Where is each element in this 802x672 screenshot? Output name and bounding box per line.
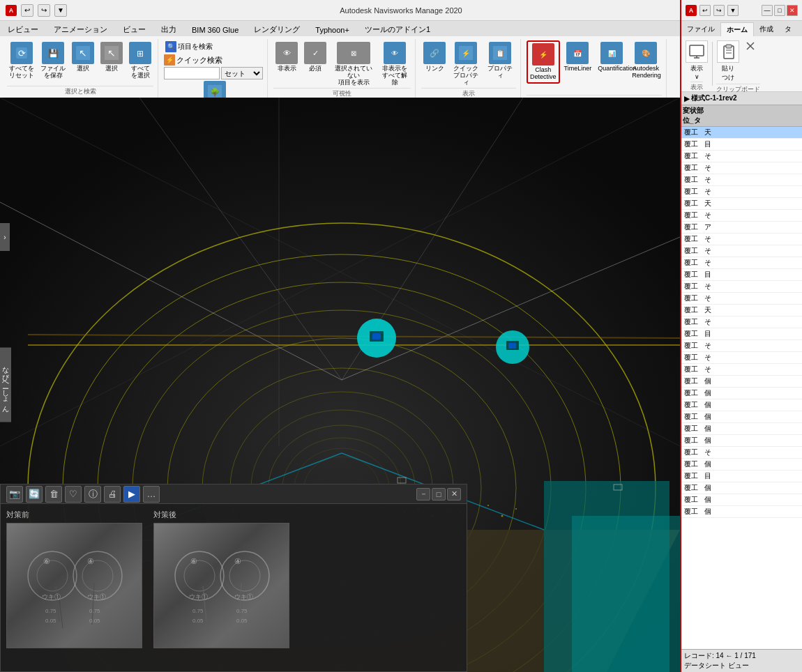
table-row[interactable]: 覆工 そ <box>681 162 802 174</box>
rendering-button[interactable]: 🎨 AutodeskRendering <box>630 40 662 81</box>
rp-minimize-btn[interactable]: — <box>762 5 773 16</box>
close-panel-btn[interactable]: ✕ <box>447 488 461 501</box>
play-btn[interactable]: ▶ <box>123 486 140 503</box>
table-row[interactable]: 覆工 そ <box>681 257 802 269</box>
clash-detective-button[interactable]: ⚡ ClashDetective <box>527 40 560 84</box>
tab-rendering[interactable]: レンダリング <box>246 22 308 36</box>
table-row[interactable]: 覆工 天 <box>681 127 802 139</box>
expand-arrow[interactable]: › <box>0 223 10 251</box>
table-row[interactable]: 覆工 個 <box>681 399 802 411</box>
tab-bim360[interactable]: BIM 360 Glue <box>184 22 246 36</box>
table-row[interactable]: 覆工 そ <box>681 340 802 352</box>
table-row[interactable]: 覆工 そ <box>681 293 802 305</box>
find-items-button[interactable]: 🔍 項目を検索 <box>164 40 214 53</box>
table-row[interactable]: 覆工 そ <box>681 364 802 376</box>
reset-all-button[interactable]: ⟳ すべてをリセット <box>7 40 36 81</box>
table-row[interactable]: 覆工 個 <box>681 435 802 447</box>
expand-icon[interactable]: ▶ <box>684 95 690 102</box>
link-button[interactable]: 🔗 リンク <box>421 40 448 74</box>
table-row[interactable]: 覆工 目 <box>681 328 802 340</box>
rp-maximize-btn[interactable]: □ <box>774 5 785 16</box>
table-row[interactable]: 覆工 目 <box>681 471 802 482</box>
info-btn[interactable]: ⓘ <box>84 486 101 503</box>
ribbon-group-tools-items: ⚡ ClashDetective 📅 TimeLiner 📊 Quantific… <box>527 39 662 95</box>
save-file-button[interactable]: 💾 ファイルを保存 <box>38 40 68 81</box>
row-col2: そ <box>704 151 799 161</box>
bottom-panel: 📷 🔄 🗑 ♡ ⓘ 🖨 ▶ … － □ ✕ 対策前 <box>0 484 467 672</box>
rp-menu-btn[interactable]: ▼ <box>727 5 739 16</box>
rotate-btn[interactable]: 🔄 <box>26 486 43 503</box>
rp-cut-btn[interactable] <box>743 39 760 53</box>
table-row[interactable]: 覆工 そ <box>681 281 802 293</box>
show-all-label: 非表示をすべて解除 <box>381 66 409 86</box>
search-input[interactable] <box>164 67 220 79</box>
row-col1: 覆工 <box>684 282 702 291</box>
navigation-sidebar[interactable]: なびへーしょん <box>0 348 11 422</box>
redo-btn[interactable]: ↪ <box>38 4 50 17</box>
menu-btn[interactable]: ▼ <box>54 4 67 17</box>
camera-btn[interactable]: 📷 <box>6 486 23 503</box>
rp-close-btn[interactable]: ✕ <box>787 5 798 16</box>
rp-tab-create[interactable]: 作成 <box>754 22 779 36</box>
table-row[interactable]: 覆工 個 <box>681 494 802 506</box>
tab-addin[interactable]: ツールのアドイン1 <box>357 22 438 36</box>
more-btn[interactable]: … <box>143 486 160 503</box>
row-col1: 覆工 <box>684 436 702 445</box>
search-type-dropdown[interactable]: セット <box>221 67 263 79</box>
table-row[interactable]: 覆工 そ <box>681 447 802 459</box>
tab-output[interactable]: 出力 <box>153 22 184 36</box>
table-row[interactable]: 覆工 個 <box>681 376 802 388</box>
rp-tab-ta[interactable]: タ <box>779 22 797 36</box>
table-row[interactable]: 覆工 個 <box>681 388 802 399</box>
rp-undo-btn[interactable]: ↩ <box>699 5 711 16</box>
favorite-btn[interactable]: ♡ <box>65 486 82 503</box>
properties-button[interactable]: 📋 プロパティ <box>484 40 516 81</box>
required-button[interactable]: ✓ 必須 <box>302 40 328 74</box>
rp-redo-btn[interactable]: ↪ <box>713 5 725 16</box>
table-row[interactable]: 覆工 そ <box>681 186 802 198</box>
table-row[interactable]: 覆工 そ <box>681 234 802 245</box>
print-btn[interactable]: 🖨 <box>104 486 121 503</box>
minimize-panel-btn[interactable]: － <box>416 488 430 501</box>
delete-btn[interactable]: 🗑 <box>45 486 62 503</box>
table-row[interactable]: 覆工 目 <box>681 269 802 281</box>
row-col1: 覆工 <box>684 353 702 362</box>
tab-view[interactable]: ビュー <box>115 22 153 36</box>
maximize-panel-btn[interactable]: □ <box>432 488 446 501</box>
table-row[interactable]: 覆工 そ <box>681 151 802 162</box>
tab-animation[interactable]: アニメーション <box>46 22 115 36</box>
rp-display-btn[interactable]: 表示∨ <box>684 39 709 82</box>
tab-typhoon[interactable]: Typhoon+ <box>308 22 357 36</box>
table-row[interactable]: 覆工 個 <box>681 423 802 435</box>
table-row[interactable]: 覆工 そ <box>681 352 802 364</box>
row-col2: 目 <box>704 139 799 149</box>
table-row[interactable]: 覆工 そ <box>681 245 802 257</box>
quick-props-button[interactable]: ⚡ クイックプロパティ <box>450 40 482 88</box>
table-row[interactable]: 覆工 目 <box>681 139 802 151</box>
table-row[interactable]: 覆工 天 <box>681 305 802 316</box>
timeliner-button[interactable]: 📅 TimeLiner <box>562 40 594 74</box>
select-button[interactable]: ↖ 選択 <box>70 40 96 74</box>
table-row[interactable]: 覆工 個 <box>681 411 802 423</box>
table-row[interactable]: 覆工 個 <box>681 482 802 494</box>
rp-ribbon-content: 表示∨ 表示 貼りつけ クリップボード <box>681 36 802 92</box>
rp-paste-btn[interactable]: 貼りつけ <box>716 39 741 84</box>
table-row[interactable]: 覆工 そ <box>681 210 802 222</box>
table-row[interactable]: 覆工 個 <box>681 506 802 518</box>
table-row[interactable]: 覆工 ア <box>681 222 802 234</box>
table-header: 変状部位_タ <box>681 105 802 127</box>
quantification-button[interactable]: 📊 Quantification <box>596 40 628 74</box>
show-selected-button[interactable]: ⊠ 選択されていない項目を表示 <box>331 40 377 88</box>
table-row[interactable]: 覆工 天 <box>681 198 802 210</box>
table-row[interactable]: 覆工 そ <box>681 174 802 186</box>
tab-review[interactable]: レビュー <box>0 22 46 36</box>
hide-button[interactable]: 👁 非表示 <box>273 40 300 74</box>
select-disabled-button[interactable]: ↖ 選択 <box>98 40 125 74</box>
rp-tab-home[interactable]: ホーム <box>720 22 754 36</box>
table-row[interactable]: 覆工 個 <box>681 459 802 471</box>
undo-btn[interactable]: ↩ <box>21 4 33 17</box>
rp-tab-file[interactable]: ファイル <box>681 22 720 36</box>
table-row[interactable]: 覆工 そ <box>681 316 802 328</box>
show-all-button[interactable]: 👁 非表示をすべて解除 <box>379 40 411 88</box>
select-all-button[interactable]: ⊞ すべてを選択 <box>127 40 153 81</box>
